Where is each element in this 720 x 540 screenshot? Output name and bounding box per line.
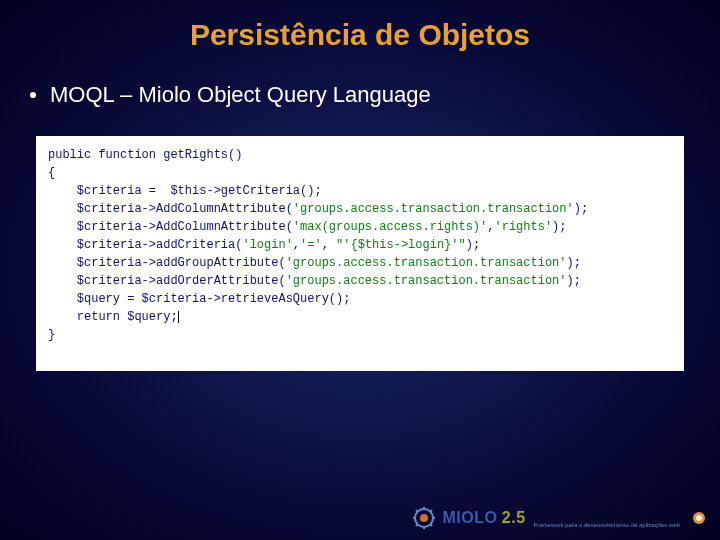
slide-title: Persistência de Objetos [0,0,720,52]
svg-line-6 [416,510,418,512]
gear-icon [412,506,436,530]
code-snippet: public function getRights() { $criteria … [36,136,684,371]
svg-line-9 [430,510,432,512]
bullet-text: MOQL – Miolo Object Query Language [50,82,431,108]
logo-version: 2.5 [502,509,526,526]
bullet-item: MOQL – Miolo Object Query Language [30,82,720,108]
bullet-dot [30,92,36,98]
svg-point-1 [420,514,428,522]
solis-icon [690,509,708,527]
logo-name: MIOLO [442,509,497,526]
footer-logo: MIOLO 2.5 Framework para o desenvolvimen… [412,506,708,530]
svg-line-8 [416,524,418,526]
logo-tagline: Framework para o desenvolvimento de apli… [534,522,680,528]
code-line: public function getRights() { $criteria … [48,146,672,344]
svg-line-7 [430,524,432,526]
text-cursor [178,311,179,323]
svg-point-11 [696,515,702,521]
